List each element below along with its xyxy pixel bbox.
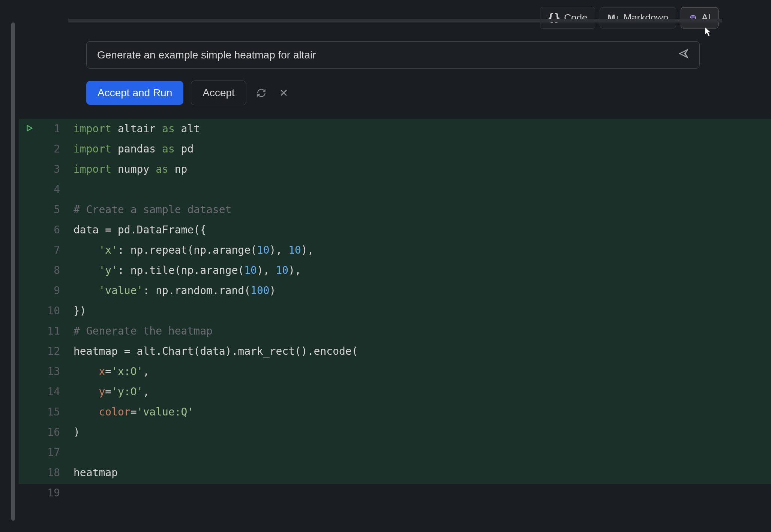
line-number: 8 [38, 260, 62, 281]
code-text[interactable]: }) [62, 301, 86, 321]
code-text[interactable]: # Generate the heatmap [62, 321, 213, 341]
code-line[interactable]: 13 x='x:O', [20, 362, 771, 382]
code-editor[interactable]: 1import altair as alt2import pandas as p… [19, 119, 771, 503]
scrollbar-track[interactable] [11, 22, 15, 521]
code-line[interactable]: 9 'value': np.random.rand(100) [20, 281, 771, 301]
code-text[interactable]: heatmap = alt.Chart(data).mark_rect().en… [62, 341, 358, 362]
line-number: 3 [38, 159, 62, 179]
code-text[interactable]: import pandas as pd [62, 139, 194, 159]
code-line[interactable]: 12heatmap = alt.Chart(data).mark_rect().… [20, 341, 771, 362]
line-number: 19 [38, 483, 62, 503]
code-text[interactable] [62, 442, 80, 463]
line-number: 17 [38, 442, 62, 463]
refresh-button[interactable] [254, 85, 269, 100]
code-line[interactable]: 4 [20, 179, 771, 200]
code-line[interactable]: 10}) [20, 301, 771, 321]
code-line[interactable]: 11# Generate the heatmap [20, 321, 771, 341]
code-text[interactable]: import altair as alt [62, 119, 200, 139]
line-number: 10 [38, 301, 62, 321]
line-number: 12 [38, 341, 62, 362]
line-number: 7 [38, 240, 62, 260]
code-text[interactable]: # Create a sample dataset [62, 200, 231, 220]
code-line[interactable]: 5# Create a sample dataset [20, 200, 771, 220]
line-number: 4 [38, 179, 62, 200]
ai-prompt-input[interactable]: Generate an example simple heatmap for a… [86, 41, 700, 69]
line-number: 14 [38, 382, 62, 402]
line-number: 11 [38, 321, 62, 341]
code-line[interactable]: 1import altair as alt [20, 119, 771, 139]
line-number: 13 [38, 362, 62, 382]
line-number: 15 [38, 402, 62, 422]
line-number: 16 [38, 422, 62, 442]
ai-prompt-text: Generate an example simple heatmap for a… [97, 49, 678, 61]
code-text[interactable]: 'y': np.tile(np.arange(10), 10), [62, 260, 301, 281]
line-number: 6 [38, 220, 62, 240]
line-number: 9 [38, 281, 62, 301]
line-number: 1 [38, 119, 62, 139]
code-text[interactable]: ) [62, 422, 80, 442]
code-line[interactable]: 2import pandas as pd [20, 139, 771, 159]
code-line[interactable]: 17 [20, 442, 771, 463]
code-text[interactable]: import numpy as np [62, 159, 187, 179]
code-text[interactable]: heatmap [62, 463, 118, 483]
code-text[interactable]: 'value': np.random.rand(100) [62, 281, 276, 301]
accept-and-run-button[interactable]: Accept and Run [86, 81, 183, 105]
code-line[interactable]: 3import numpy as np [20, 159, 771, 179]
code-line[interactable]: 16) [20, 422, 771, 442]
code-line[interactable]: 14 y='y:O', [20, 382, 771, 402]
action-button-row: Accept and Run Accept ✕ [86, 81, 771, 105]
line-number: 18 [38, 463, 62, 483]
code-line[interactable]: 19 [20, 483, 771, 503]
code-line[interactable]: 18heatmap [20, 463, 771, 483]
code-text[interactable] [62, 483, 80, 503]
code-text[interactable]: data = pd.DataFrame({ [62, 220, 206, 240]
cell-top-border [68, 19, 722, 22]
code-text[interactable]: x='x:O', [62, 362, 149, 382]
code-text[interactable]: color='value:Q' [62, 402, 194, 422]
code-text[interactable] [62, 179, 80, 200]
code-line[interactable]: 7 'x': np.repeat(np.arange(10), 10), [20, 240, 771, 260]
line-number: 5 [38, 200, 62, 220]
code-line[interactable]: 15 color='value:Q' [20, 402, 771, 422]
send-icon[interactable] [678, 48, 689, 61]
code-line[interactable]: 6data = pd.DataFrame({ [20, 220, 771, 240]
line-number: 2 [38, 139, 62, 159]
scrollbar-thumb[interactable] [11, 22, 15, 521]
close-button[interactable]: ✕ [276, 85, 291, 100]
accept-button[interactable]: Accept [191, 81, 246, 105]
code-text[interactable]: 'x': np.repeat(np.arange(10), 10), [62, 240, 314, 260]
code-text[interactable]: y='y:O', [62, 382, 149, 402]
run-cell-icon[interactable] [20, 119, 38, 132]
code-line[interactable]: 8 'y': np.tile(np.arange(10), 10), [20, 260, 771, 281]
